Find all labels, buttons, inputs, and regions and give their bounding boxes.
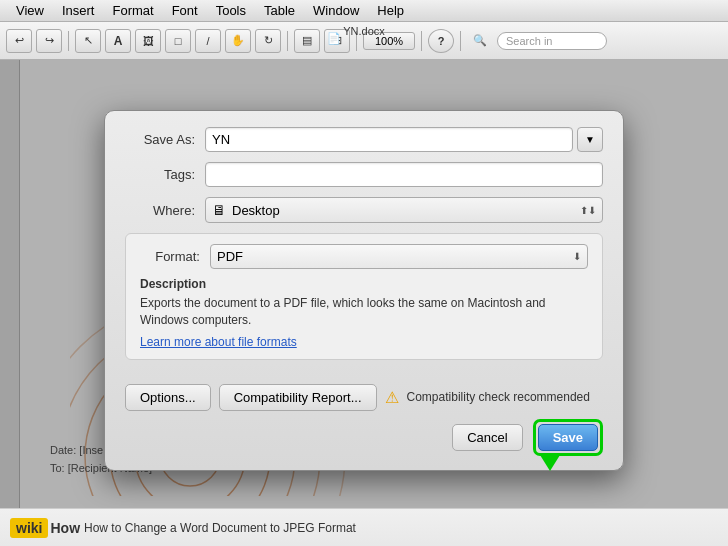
tags-label: Tags: (125, 167, 195, 182)
help-btn[interactable]: ? (428, 29, 454, 53)
toolbar-sep-5 (460, 31, 461, 51)
toolbar-sep-2 (287, 31, 288, 51)
tags-input[interactable] (205, 162, 603, 187)
learn-more-link[interactable]: Learn more about file formats (140, 335, 588, 349)
cursor-btn[interactable]: ↖ (75, 29, 101, 53)
menu-table[interactable]: Table (256, 1, 303, 20)
wikihow-bar: wiki How How to Change a Word Document t… (0, 508, 728, 546)
description-title: Description (140, 277, 588, 291)
line-btn[interactable]: / (195, 29, 221, 53)
image-btn[interactable]: 🖼 (135, 29, 161, 53)
menu-tools[interactable]: Tools (208, 1, 254, 20)
search-input[interactable]: Search in (497, 32, 607, 50)
text-btn[interactable]: A (105, 29, 131, 53)
zoom-field[interactable]: 100% (363, 32, 415, 50)
menu-format[interactable]: Format (104, 1, 161, 20)
save-as-dropdown-btn[interactable]: ▼ (577, 127, 603, 152)
where-value: 🖥 Desktop (212, 202, 280, 218)
save-button[interactable]: Save (538, 424, 598, 451)
menu-bar: View Insert Format Font Tools Table Wind… (0, 0, 728, 22)
where-dropdown-arrow: ⬆⬇ (580, 205, 596, 216)
toolbar-sep-1 (68, 31, 69, 51)
save-highlight: Save (533, 419, 603, 456)
wikihow-logo-area: wiki How How to Change a Word Document t… (10, 518, 356, 538)
where-row: Where: 🖥 Desktop ⬆⬇ (125, 197, 603, 223)
format-section: Format: PDF ⬇ Description Exports the do… (125, 233, 603, 360)
options-button[interactable]: Options... (125, 384, 211, 411)
shape-btn[interactable]: □ (165, 29, 191, 53)
how-text: How (50, 520, 80, 536)
format-row: Format: PDF ⬇ (140, 244, 588, 269)
menu-help[interactable]: Help (369, 1, 412, 20)
save-as-input[interactable] (205, 127, 573, 152)
rotate-btn[interactable]: ↻ (255, 29, 281, 53)
save-as-row: Save As: ▼ (125, 127, 603, 152)
menu-font[interactable]: Font (164, 1, 206, 20)
where-dropdown[interactable]: 🖥 Desktop ⬆⬇ (205, 197, 603, 223)
menu-window[interactable]: Window (305, 1, 367, 20)
toolbar: YN.docx 📄 ↩ ↪ ↖ A 🖼 □ / ✋ ↻ ▤ ⊞ 100% ? 🔍… (0, 22, 728, 60)
undo-btn[interactable]: ↩ (6, 29, 32, 53)
description-text: Exports the document to a PDF file, whic… (140, 295, 588, 329)
format-dropdown[interactable]: PDF ⬇ (210, 244, 588, 269)
redo-btn[interactable]: ↪ (36, 29, 62, 53)
menu-view[interactable]: View (8, 1, 52, 20)
save-as-field-container: ▼ (205, 127, 603, 152)
compatibility-report-button[interactable]: Compatibility Report... (219, 384, 377, 411)
format-label: Format: (140, 249, 200, 264)
cols-btn[interactable]: ▤ (294, 29, 320, 53)
save-arrow-indicator (540, 455, 560, 471)
compatibility-warning-text: Compatibility check recommended (407, 390, 590, 404)
dialog-body: Save As: ▼ Tags: Where: 🖥 Desktop (105, 111, 623, 378)
dialog-footer: Options... Compatibility Report... ⚠ Com… (105, 378, 623, 456)
format-value: PDF (217, 249, 243, 264)
search-icon: 🔍 (467, 29, 493, 53)
main-area: Date: [Insert Date] To: [Recipient Name]… (0, 60, 728, 546)
save-dialog: Save As: ▼ Tags: Where: 🖥 Desktop (104, 110, 624, 471)
footer-left: Options... Compatibility Report... ⚠ Com… (125, 384, 603, 411)
wikihow-title-text: How to Change a Word Document to JPEG Fo… (84, 521, 356, 535)
wiki-logo: wiki (10, 518, 48, 538)
toolbar-sep-3 (356, 31, 357, 51)
save-as-label: Save As: (125, 132, 195, 147)
hand-btn[interactable]: ✋ (225, 29, 251, 53)
warning-icon: ⚠ (385, 388, 399, 407)
cancel-button[interactable]: Cancel (452, 424, 522, 451)
menu-insert[interactable]: Insert (54, 1, 103, 20)
desktop-icon: 🖥 (212, 202, 226, 218)
where-label: Where: (125, 203, 195, 218)
footer-right: Cancel Save (125, 419, 603, 456)
tags-row: Tags: (125, 162, 603, 187)
toolbar-sep-4 (421, 31, 422, 51)
format-dropdown-arrow: ⬇ (573, 251, 581, 262)
